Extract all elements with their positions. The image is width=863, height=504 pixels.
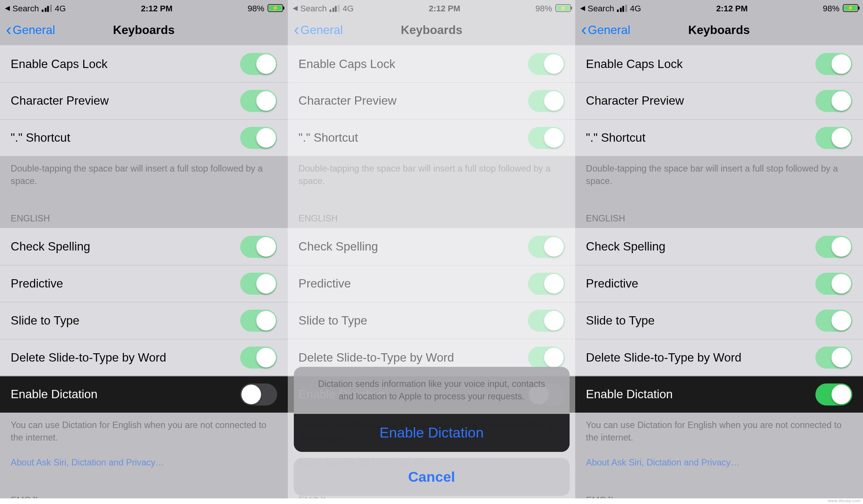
setting-row-shortcut[interactable]: "." Shortcut — [288, 119, 575, 156]
status-bar: ◀ Search 4G 2:12 PM 98% ⚡ — [575, 0, 863, 14]
signal-bars-icon — [617, 5, 627, 12]
setting-row-slide_to_type[interactable]: Slide to Type — [575, 302, 863, 339]
toggle-switch[interactable] — [240, 53, 277, 74]
setting-label: Slide to Type — [586, 314, 655, 328]
toggle-switch[interactable] — [528, 90, 565, 112]
setting-row-shortcut[interactable]: "." Shortcut — [0, 119, 287, 156]
setting-row-caps_lock[interactable]: Enable Caps Lock — [288, 45, 575, 82]
setting-row-caps_lock[interactable]: Enable Caps Lock — [0, 45, 287, 82]
setting-label: Delete Slide-to-Type by Word — [586, 351, 742, 364]
battery-icon: ⚡ — [843, 4, 858, 12]
action-sheet: Dictation sends information like your vo… — [293, 366, 569, 498]
setting-row-slide_to_type[interactable]: Slide to Type — [288, 302, 575, 339]
setting-row-check_spelling[interactable]: Check Spelling — [575, 228, 863, 265]
section-header-emoji: EMOJI — [0, 482, 287, 498]
setting-row-caps_lock[interactable]: Enable Caps Lock — [575, 45, 863, 82]
toggle-switch[interactable] — [240, 90, 277, 112]
setting-label: Slide to Type — [298, 314, 367, 328]
signal-bars-icon — [42, 5, 52, 12]
setting-row-predictive[interactable]: Predictive — [288, 265, 575, 302]
section-header-english: ENGLISH — [0, 200, 287, 228]
setting-row-check_spelling[interactable]: Check Spelling — [288, 228, 575, 265]
toggle-switch[interactable] — [815, 90, 852, 112]
setting-row-enable_dictation[interactable]: Enable Dictation — [575, 376, 863, 413]
setting-label: Character Preview — [298, 94, 396, 108]
action-sheet-cancel-button[interactable]: Cancel — [293, 458, 569, 496]
setting-label: Enable Caps Lock — [586, 57, 683, 71]
toggle-switch[interactable] — [815, 310, 852, 332]
back-to-app-icon[interactable]: ◀ — [5, 5, 10, 11]
toggle-switch[interactable] — [240, 383, 277, 405]
action-sheet-enable-button[interactable]: Enable Dictation — [293, 414, 569, 452]
footer-shortcut: Double-tapping the space bar will insert… — [575, 156, 863, 200]
setting-label: "." Shortcut — [586, 131, 646, 145]
section-header-emoji: EMOJI — [575, 482, 863, 498]
privacy-link[interactable]: About Ask Siri, Dictation and Privacy… — [11, 457, 164, 467]
setting-label: Predictive — [298, 277, 351, 291]
setting-label: Check Spelling — [586, 240, 666, 253]
toggle-switch[interactable] — [528, 310, 565, 332]
action-sheet-message: Dictation sends information like your vo… — [293, 366, 569, 414]
status-bar: ◀ Search 4G 2:12 PM 98% ⚡ — [0, 0, 287, 14]
privacy-link[interactable]: About Ask Siri, Dictation and Privacy… — [586, 457, 740, 467]
nav-bar: ‹ General Keyboards — [288, 14, 575, 45]
setting-label: Predictive — [11, 277, 63, 291]
toggle-switch[interactable] — [240, 346, 277, 368]
network-label: 4G — [55, 3, 66, 13]
setting-row-char_preview[interactable]: Character Preview — [0, 82, 287, 119]
setting-label: Enable Dictation — [586, 388, 673, 401]
battery-percent: 98% — [823, 3, 840, 13]
setting-label: "." Shortcut — [298, 131, 358, 145]
toggle-switch[interactable] — [815, 53, 852, 74]
back-to-app-icon[interactable]: ◀ — [580, 5, 585, 11]
toggle-switch[interactable] — [240, 310, 277, 332]
setting-row-predictive[interactable]: Predictive — [0, 265, 287, 302]
back-to-app-icon[interactable]: ◀ — [292, 5, 297, 11]
toggle-switch[interactable] — [528, 53, 565, 74]
footer-dictation: You can use Dictation for English when y… — [0, 413, 287, 482]
network-label: 4G — [630, 3, 641, 13]
toggle-switch[interactable] — [815, 383, 852, 405]
setting-label: Enable Dictation — [11, 388, 98, 401]
back-to-app-label[interactable]: Search — [12, 3, 39, 13]
setting-row-enable_dictation[interactable]: Enable Dictation — [0, 376, 287, 413]
battery-percent: 98% — [248, 3, 264, 13]
toggle-switch[interactable] — [815, 273, 852, 295]
setting-row-char_preview[interactable]: Character Preview — [288, 82, 575, 119]
signal-bars-icon — [329, 5, 339, 12]
toggle-switch[interactable] — [240, 235, 277, 257]
battery-icon: ⚡ — [555, 4, 570, 12]
toggle-switch[interactable] — [240, 273, 277, 295]
setting-label: Predictive — [586, 277, 638, 291]
setting-label: Check Spelling — [298, 240, 378, 253]
back-to-app-label[interactable]: Search — [588, 3, 614, 13]
battery-percent: 98% — [535, 3, 552, 13]
toggle-switch[interactable] — [815, 127, 852, 149]
toggle-switch[interactable] — [815, 346, 852, 368]
setting-label: Delete Slide-to-Type by Word — [298, 351, 454, 364]
toggle-switch[interactable] — [528, 127, 565, 149]
page-title: Keyboards — [575, 23, 863, 37]
toggle-switch[interactable] — [528, 235, 565, 257]
setting-label: Enable Caps Lock — [11, 57, 107, 71]
setting-row-predictive[interactable]: Predictive — [575, 265, 863, 302]
setting-label: Slide to Type — [11, 314, 79, 328]
phone-screen: ◀ Search 4G 2:12 PM 98% ⚡ ‹ General Keyb… — [0, 0, 287, 498]
setting-row-slide_to_type[interactable]: Slide to Type — [0, 302, 287, 339]
toggle-switch[interactable] — [528, 273, 565, 295]
setting-row-check_spelling[interactable]: Check Spelling — [0, 228, 287, 265]
setting-label: Character Preview — [586, 94, 684, 108]
setting-label: "." Shortcut — [11, 131, 70, 145]
toggle-switch[interactable] — [240, 127, 277, 149]
setting-row-delete_slide[interactable]: Delete Slide-to-Type by Word — [0, 339, 287, 376]
toggle-switch[interactable] — [815, 235, 852, 257]
toggle-switch[interactable] — [528, 346, 565, 368]
setting-row-char_preview[interactable]: Character Preview — [575, 82, 863, 119]
setting-row-shortcut[interactable]: "." Shortcut — [575, 119, 863, 156]
phone-screen: ◀ Search 4G 2:12 PM 98% ⚡ ‹ General Keyb… — [288, 0, 575, 498]
status-bar: ◀ Search 4G 2:12 PM 98% ⚡ — [288, 0, 575, 14]
section-header-english: ENGLISH — [575, 200, 863, 228]
network-label: 4G — [342, 3, 353, 13]
setting-row-delete_slide[interactable]: Delete Slide-to-Type by Word — [575, 339, 863, 376]
back-to-app-label[interactable]: Search — [300, 3, 327, 13]
